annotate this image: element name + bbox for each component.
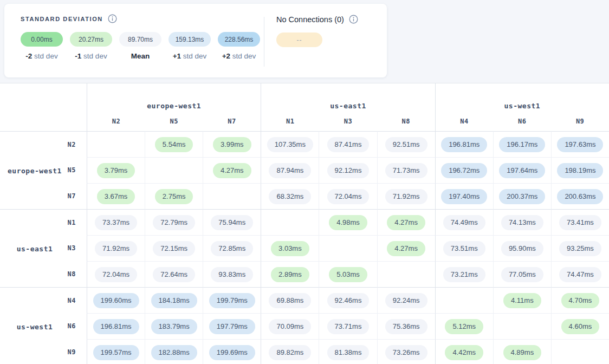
latency-value-pill[interactable]: 4.42ms	[445, 345, 483, 360]
latency-value-pill[interactable]: 3.03ms	[271, 241, 309, 256]
latency-value-pill[interactable]: 200.63ms	[557, 189, 603, 204]
latency-cell: 95.90ms	[493, 235, 551, 261]
latency-value-pill[interactable]: 196.17ms	[499, 137, 545, 152]
info-icon[interactable]	[108, 14, 117, 23]
latency-matrix: europe-west1N2N5N7us-east1N1N3N8us-west1…	[0, 83, 609, 364]
latency-value-pill[interactable]: 68.32ms	[269, 189, 311, 204]
latency-value-pill[interactable]: 196.72ms	[441, 163, 487, 178]
latency-value-pill[interactable]: 74.47ms	[559, 267, 601, 282]
latency-value-pill[interactable]: 92.24ms	[385, 293, 427, 308]
latency-value-pill[interactable]: 72.79ms	[153, 215, 195, 230]
latency-value-pill[interactable]: 72.04ms	[327, 189, 370, 204]
latency-cell	[261, 209, 319, 235]
latency-value-pill[interactable]: 4.89ms	[503, 345, 542, 360]
latency-value-pill[interactable]: 73.51ms	[443, 241, 485, 256]
latency-cell	[203, 183, 261, 209]
latency-value-pill[interactable]: 4.70ms	[561, 293, 600, 308]
latency-value-pill[interactable]: 199.60ms	[93, 293, 139, 308]
latency-value-pill[interactable]: 75.36ms	[385, 319, 427, 334]
latency-value-pill[interactable]: 197.40ms	[441, 189, 487, 204]
latency-value-pill[interactable]: 4.27ms	[213, 163, 251, 178]
latency-value-pill[interactable]: 3.79ms	[97, 163, 135, 178]
legend-card: STANDARD DEVIATION 0.00ms20.27ms89.70ms1…	[4, 4, 387, 77]
latency-value-pill[interactable]: 2.75ms	[155, 189, 193, 204]
latency-value-pill[interactable]: 4.27ms	[387, 215, 425, 230]
latency-value-pill[interactable]: 3.99ms	[213, 137, 251, 152]
latency-value-pill[interactable]: 5.03ms	[329, 267, 367, 282]
latency-cell: 74.47ms	[551, 261, 609, 287]
latency-value-pill[interactable]: 197.63ms	[557, 137, 603, 152]
legend-divider	[264, 17, 264, 67]
latency-value-pill[interactable]: 74.49ms	[443, 215, 485, 230]
latency-value-pill[interactable]: 4.27ms	[387, 241, 425, 256]
latency-value-pill[interactable]: 87.41ms	[327, 137, 370, 152]
latency-value-pill[interactable]: 72.15ms	[153, 241, 195, 256]
latency-cell: 72.79ms	[145, 209, 203, 235]
latency-cell: 3.99ms	[203, 131, 261, 157]
latency-value-pill[interactable]: 197.64ms	[499, 163, 545, 178]
latency-cell: 92.12ms	[319, 157, 377, 183]
latency-value-pill[interactable]: 71.73ms	[385, 163, 427, 178]
latency-value-pill[interactable]: 5.54ms	[155, 137, 193, 152]
latency-value-pill[interactable]: 4.60ms	[561, 319, 600, 334]
latency-value-pill[interactable]: 182.88ms	[151, 345, 197, 360]
latency-value-pill[interactable]: 196.81ms	[93, 319, 139, 334]
latency-value-pill[interactable]: 92.51ms	[385, 137, 427, 152]
latency-cell: 71.73ms	[377, 157, 435, 183]
latency-cell: 71.92ms	[377, 183, 435, 209]
latency-value-pill[interactable]: 89.82ms	[269, 345, 311, 360]
latency-value-pill[interactable]: 72.04ms	[95, 267, 137, 282]
row-region-label: us-east1	[7, 244, 63, 252]
latency-value-pill[interactable]: 198.19ms	[557, 163, 603, 178]
column-node-label-N2: N2	[87, 118, 145, 125]
latency-value-pill[interactable]: 87.94ms	[269, 163, 311, 178]
latency-cell: 2.89ms	[261, 261, 319, 287]
row-group-header-us-east1: us-east1N1N3N8	[0, 209, 87, 287]
info-icon[interactable]	[349, 15, 358, 24]
column-group-header-us-east1: us-east1N1N3N8	[261, 83, 435, 131]
column-node-label-N3: N3	[319, 118, 377, 125]
latency-value-pill[interactable]: 75.94ms	[211, 215, 253, 230]
latency-value-pill[interactable]: 197.79ms	[209, 319, 255, 334]
latency-cell: 200.63ms	[551, 183, 609, 209]
latency-value-pill[interactable]: 71.92ms	[95, 241, 137, 256]
latency-value-pill[interactable]: 184.18ms	[151, 293, 197, 308]
latency-cell: 93.83ms	[203, 261, 261, 287]
latency-value-pill[interactable]: 183.79ms	[151, 319, 197, 334]
latency-value-pill[interactable]: 70.09ms	[269, 319, 311, 334]
latency-value-pill[interactable]: 73.71ms	[327, 319, 370, 334]
latency-value-pill[interactable]: 93.25ms	[559, 241, 601, 256]
latency-value-pill[interactable]: 72.64ms	[153, 267, 195, 282]
latency-value-pill[interactable]: 2.89ms	[271, 267, 309, 282]
latency-value-pill[interactable]: 196.81ms	[441, 137, 487, 152]
latency-value-pill[interactable]: 92.12ms	[327, 163, 370, 178]
latency-value-pill[interactable]: 73.26ms	[385, 345, 427, 360]
column-node-label-N1: N1	[261, 118, 319, 125]
latency-value-pill[interactable]: 77.05ms	[501, 267, 543, 282]
latency-cell: 107.35ms	[261, 131, 319, 157]
latency-value-pill[interactable]: 73.41ms	[559, 215, 601, 230]
latency-value-pill[interactable]: 4.11ms	[503, 293, 541, 308]
latency-value-pill[interactable]: 73.21ms	[443, 267, 485, 282]
latency-value-pill[interactable]: 199.57ms	[93, 345, 139, 360]
latency-cell: 5.54ms	[145, 131, 203, 157]
latency-value-pill[interactable]: 69.88ms	[269, 293, 311, 308]
latency-value-pill[interactable]: 199.69ms	[209, 345, 255, 360]
latency-value-pill[interactable]: 81.38ms	[327, 345, 370, 360]
latency-value-pill[interactable]: 3.67ms	[97, 189, 135, 204]
latency-value-pill[interactable]: 95.90ms	[501, 241, 543, 256]
latency-cell: 93.25ms	[551, 235, 609, 261]
latency-value-pill[interactable]: 74.13ms	[501, 215, 543, 230]
latency-value-pill[interactable]: 200.37ms	[499, 189, 545, 204]
latency-value-pill[interactable]: 4.98ms	[329, 215, 367, 230]
latency-value-pill[interactable]: 5.12ms	[445, 319, 483, 334]
latency-value-pill[interactable]: 93.83ms	[211, 267, 253, 282]
latency-value-pill[interactable]: 199.79ms	[209, 293, 255, 308]
latency-value-pill[interactable]: 72.85ms	[211, 241, 253, 256]
column-node-label-N4: N4	[436, 118, 494, 125]
latency-value-pill[interactable]: 92.46ms	[327, 293, 370, 308]
latency-value-pill[interactable]: 71.92ms	[385, 189, 427, 204]
latency-value-pill[interactable]: 73.37ms	[95, 215, 137, 230]
latency-cell: 4.70ms	[551, 287, 609, 313]
latency-value-pill[interactable]: 107.35ms	[267, 137, 313, 152]
